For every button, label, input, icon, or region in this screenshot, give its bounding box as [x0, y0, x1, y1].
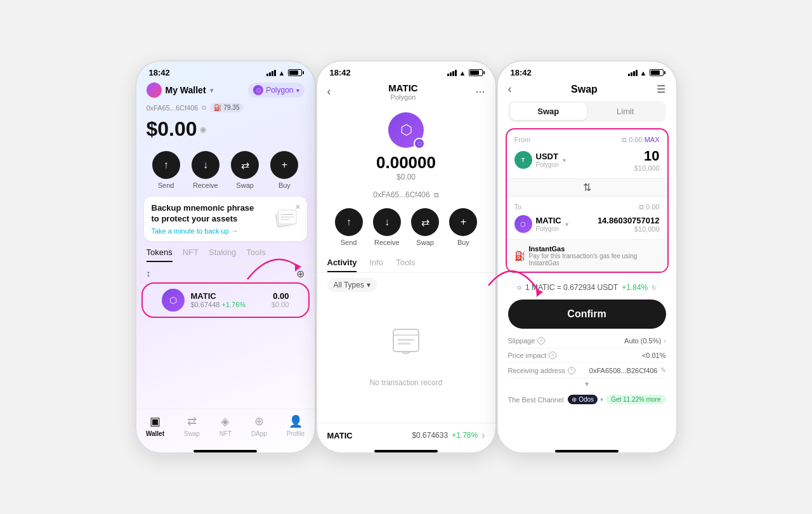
more-percent-badge: Get 11.22% more [606, 395, 665, 404]
from-balance: ⧉ 0.00 MAX [622, 136, 659, 144]
max-button[interactable]: MAX [645, 136, 660, 143]
backup-illustration [270, 203, 302, 235]
tab-tools-2[interactable]: Tools [396, 254, 415, 272]
nav-wallet[interactable]: ▣ Wallet [146, 414, 164, 437]
swap-direction-toggle[interactable]: ⇅ [507, 178, 667, 197]
wifi-icon-3: ▲ [640, 69, 647, 77]
swap-title: Swap [571, 84, 598, 95]
instant-gas-subtitle: Pay for this transaction's gas fee using… [529, 253, 660, 267]
nav-dapp[interactable]: ⊕ DApp [251, 414, 267, 437]
battery-icon-3 [650, 69, 664, 76]
buy-button[interactable]: + Buy [270, 151, 298, 189]
price-impact-info-icon[interactable]: ? [549, 352, 556, 359]
wallet-name: My Wallet [166, 85, 206, 95]
wallet-nav-icon: ▣ [150, 414, 160, 428]
send-button[interactable]: ↑ Send [152, 151, 180, 189]
receiving-address-label: Receiving address [508, 367, 566, 374]
slippage-chevron-icon: › [664, 338, 665, 345]
nav-swap[interactable]: ⇄ Swap [184, 414, 200, 437]
more-button-2[interactable]: ··· [475, 85, 485, 98]
tab-nft[interactable]: NFT [183, 247, 199, 262]
to-label: To [514, 203, 522, 211]
bottom-price-bar[interactable]: MATIC $0.674633 +1.78% › [317, 423, 495, 447]
svg-rect-8 [398, 339, 414, 341]
collapse-icon[interactable]: ▾ [585, 379, 589, 388]
nav-nft[interactable]: ◈ NFT [219, 414, 232, 437]
refresh-icon[interactable]: ↻ [652, 284, 657, 291]
instant-gas-section[interactable]: ⛽ InstantGas Pay for this transaction's … [507, 239, 667, 272]
tab-tools[interactable]: Tools [246, 247, 265, 262]
backup-title: Backup mnemonic phrase to protect your a… [152, 203, 261, 225]
svg-rect-9 [398, 343, 410, 345]
tab-activity[interactable]: Activity [327, 254, 357, 272]
gas-icon: ⛽ [214, 104, 221, 111]
swap-tab-swap[interactable]: Swap [510, 103, 587, 120]
from-amount-usd: $10,000 [634, 164, 660, 172]
sort-icon[interactable]: ↕ [147, 268, 151, 279]
filter-button[interactable]: All Types ▾ [327, 278, 377, 292]
tab-info[interactable]: Info [369, 254, 383, 272]
swap-arrows-icon: ⇅ [583, 181, 591, 194]
matic-big-icon: ⬡ ⬡ [388, 112, 424, 148]
swap-nav-icon: ⇄ [187, 414, 197, 428]
phone2-balance-usd: $0.00 [396, 173, 416, 181]
nav-profile[interactable]: 👤 Profile [287, 414, 304, 437]
tab-staking[interactable]: Staking [209, 247, 236, 262]
polygon-icon: ⬡ [253, 85, 263, 95]
backup-banner: × Backup mnemonic phrase to protect your… [144, 197, 307, 241]
rate-change: +1.84% [622, 283, 648, 292]
add-token-icon[interactable]: ⊕ [296, 268, 304, 280]
backup-link[interactable]: Take a minute to back up → [152, 227, 261, 235]
tab-tokens[interactable]: Tokens [147, 247, 173, 262]
rate-spinner: ○ [517, 283, 521, 292]
token-value: $0.00 [272, 301, 289, 308]
odos-badge: ⊛ Odos [568, 395, 598, 404]
receive-button[interactable]: ↓ Receive [192, 151, 219, 189]
matic-token-row[interactable]: ⬡ MATIC $0.67448 +1.76% 0.00 $0.00 [152, 284, 299, 317]
price-impact-value: <0.01% [642, 352, 666, 359]
to-token-selector[interactable]: ⬡ MATIC Polygon ▾ [514, 215, 568, 233]
from-token-network: Polygon [536, 161, 559, 168]
token-amount: 0.00 [272, 291, 289, 301]
network-selector[interactable]: ⬡ Polygon ▾ [248, 82, 304, 98]
receiving-info-icon[interactable]: ? [568, 367, 575, 374]
balance-eye-icon[interactable]: ◉ [200, 125, 206, 134]
receiving-address-value: 0xFA6508...B26Cf406 [589, 367, 658, 374]
balance-icon: ⧉ [622, 136, 627, 143]
phone2-header-subtitle: Polygon [388, 93, 417, 101]
status-time-3: 18:42 [511, 68, 532, 77]
from-amount[interactable]: 10 [634, 148, 660, 164]
filter-chevron-icon: ▾ [367, 280, 370, 289]
network-name: Polygon [266, 86, 293, 95]
send-button-2[interactable]: ↑ Send [335, 208, 363, 246]
odos-name: Odos [579, 396, 594, 403]
list-icon[interactable]: ☰ [657, 83, 665, 95]
bottom-price-value: $0.674633 [412, 431, 448, 440]
slippage-label: Slippage [508, 337, 535, 345]
token-name: MATIC [191, 291, 265, 301]
back-button-3[interactable]: ‹ [508, 82, 512, 96]
wallet-chevron-icon: ▾ [210, 87, 213, 94]
profile-nav-icon: 👤 [289, 414, 303, 428]
from-token-selector[interactable]: T USDT Polygon ▾ [514, 151, 566, 169]
wallet-avatar [147, 82, 162, 98]
swap-button-2[interactable]: ⇄ Swap [411, 208, 439, 246]
slippage-info-icon[interactable]: ? [537, 337, 545, 345]
battery-icon-2 [469, 69, 483, 76]
swap-button[interactable]: ⇄ Swap [231, 151, 259, 189]
receive-button-2[interactable]: ↓ Receive [373, 208, 401, 246]
nft-nav-icon: ◈ [221, 414, 230, 428]
edit-address-icon[interactable]: ✎ [660, 366, 666, 374]
price-impact-label: Price impact [508, 352, 547, 359]
wallet-address: 0xFA65...6Cf406 [147, 104, 199, 112]
confirm-button[interactable]: Confirm [508, 300, 666, 329]
slippage-value: Auto (0.5%) [624, 337, 661, 345]
wallet-selector[interactable]: My Wallet ▾ [147, 82, 213, 98]
back-button-2[interactable]: ‹ [327, 85, 331, 98]
copy-icon-2[interactable]: ⧉ [434, 191, 439, 199]
gas-value: 79.35 [223, 104, 239, 111]
buy-button-2[interactable]: + Buy [449, 208, 477, 246]
swap-tab-limit[interactable]: Limit [587, 103, 664, 120]
copy-icon[interactable]: ⧉ [202, 104, 206, 112]
empty-text: No transaction record [370, 378, 443, 387]
